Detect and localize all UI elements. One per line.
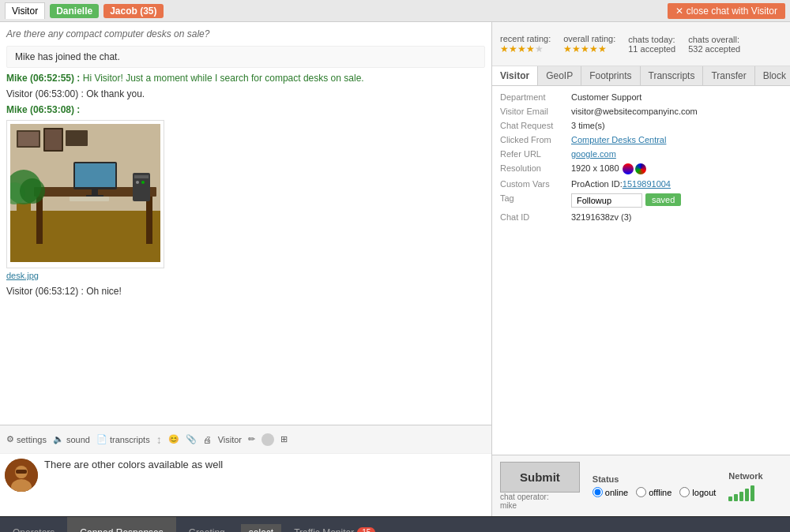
svg-rect-2 [10, 211, 160, 262]
svg-rect-28 [16, 470, 27, 474]
net-bar-3 [739, 492, 743, 501]
chat-id-label: Chat ID [500, 212, 571, 222]
custom-vars-row: Custom Vars ProAction ID: 1519891004 [500, 179, 782, 189]
operator-name-2: Mike (06:53:08) : [6, 104, 80, 115]
close-chat-button[interactable]: ✕ close chat with Visitor [668, 3, 785, 19]
expand-toolbar-item[interactable]: ⊞ [280, 434, 288, 444]
offline-radio-item[interactable]: offline [636, 487, 672, 497]
net-bar-1 [728, 496, 732, 501]
department-value: Customer Support [571, 92, 641, 102]
edit-icon: ✏ [248, 434, 255, 444]
visitor-toolbar-item[interactable]: Visitor [218, 435, 242, 444]
svg-rect-10 [146, 197, 152, 244]
proaction-id-link[interactable]: 1519891004 [623, 179, 671, 189]
flag-2 [635, 163, 646, 174]
select-button[interactable]: select [241, 524, 281, 533]
chat-panel: Are there any compact computer desks on … [0, 22, 492, 516]
transcripts-toolbar-item[interactable]: 📄 transcripts [96, 434, 150, 444]
svg-rect-12 [75, 163, 115, 187]
net-bar-4 [745, 489, 749, 501]
overall-rating-label: overall rating: [563, 34, 615, 43]
main-layout: Are there any compact computer desks on … [0, 22, 790, 516]
svg-rect-21 [134, 175, 149, 178]
sound-toolbar-item[interactable]: 🔈 sound [53, 434, 90, 444]
emoji-toolbar-item[interactable]: 😊 [168, 434, 179, 444]
visitor-tabs: Visitor GeoIP Footprints Transcripts Tra… [492, 66, 790, 86]
clicked-from-link[interactable]: Computer Desks Central [571, 135, 666, 144]
logout-radio-item[interactable]: logout [679, 487, 716, 497]
chat-messages: Are there any compact computer desks on … [0, 22, 491, 425]
tag-row: Tag saved [500, 193, 782, 208]
svg-rect-9 [36, 197, 43, 244]
settings-label: settings [17, 435, 47, 444]
visitor-toolbar-label: Visitor [218, 435, 242, 444]
svg-rect-6 [45, 129, 62, 150]
traffic-badge: 15 [357, 527, 375, 532]
chat-id-row: Chat ID 32191638zv (3) [500, 212, 782, 222]
email-value: visitor@websitecompanyinc.com [571, 107, 698, 116]
svg-point-22 [136, 181, 139, 184]
online-radio[interactable] [592, 487, 603, 497]
svg-rect-15 [70, 197, 109, 201]
visitor-tab[interactable]: Visitor [5, 2, 45, 19]
chats-today-value: 11 accepted [628, 44, 675, 54]
print-toolbar-item[interactable]: 🖨 [203, 435, 212, 444]
settings-toolbar-item[interactable]: ⚙ settings [6, 434, 47, 444]
tab-block[interactable]: Block [755, 66, 790, 85]
svg-rect-7 [66, 130, 88, 146]
traffic-monitor-tab[interactable]: Traffic Monitor 15 [281, 517, 388, 532]
logout-radio[interactable] [679, 487, 690, 497]
net-bar-5 [750, 485, 754, 501]
tab-transcripts[interactable]: Transcripts [641, 66, 704, 85]
jacob-tab[interactable]: Jacob (35) [103, 4, 163, 18]
tab-visitor[interactable]: Visitor [492, 66, 538, 85]
image-message: desk.jpg [6, 120, 485, 281]
operator-image-message: Mike (06:53:08) : [6, 104, 485, 115]
custom-vars-label: Custom Vars [500, 179, 571, 189]
refer-url-row: Refer URL google.com [500, 149, 782, 159]
offline-radio[interactable] [636, 487, 646, 497]
transcripts-label: transcripts [110, 435, 150, 444]
submit-button[interactable]: Submit [500, 462, 580, 493]
tag-label: Tag [500, 193, 571, 203]
tab-footprints[interactable]: Footprints [581, 66, 640, 85]
expand-icon: ⊞ [280, 434, 288, 444]
danielle-tab[interactable]: Danielle [50, 4, 99, 18]
greeting-tab[interactable]: Greeting [176, 517, 238, 532]
online-radio-item[interactable]: online [592, 487, 628, 497]
chats-today-label: chats today: [628, 35, 675, 44]
operators-label: Operators [13, 527, 55, 533]
operators-tab[interactable]: Operators [0, 517, 67, 532]
submit-area-left: Submit chat operator: mike [500, 462, 580, 510]
tab-geoip[interactable]: GeoIP [538, 66, 581, 85]
desk-image-svg [10, 124, 160, 262]
flag-1 [623, 163, 634, 174]
transcripts-icon: 📄 [96, 434, 107, 444]
close-icon: ✕ [675, 6, 686, 17]
status-radio-row: online offline logout [592, 487, 717, 497]
logout-label: logout [692, 488, 716, 497]
svg-rect-16 [17, 203, 31, 223]
visitor-tab-label: Visitor [12, 6, 38, 17]
chat-input[interactable]: There are other colors available as well [44, 459, 487, 506]
saved-button[interactable]: saved [645, 193, 681, 206]
offline-label: offline [649, 488, 672, 497]
top-bar: Visitor Danielle Jacob (35) ✕ close chat… [0, 0, 790, 22]
visitor-info: Department Customer Support Visitor Emai… [492, 86, 790, 455]
operator-name-1: Mike (06:52:55) : [6, 73, 80, 84]
status-label: Status [592, 474, 717, 484]
refer-url-link[interactable]: google.com [571, 149, 616, 159]
canned-responses-tab[interactable]: Canned Responses [67, 517, 175, 532]
bottom-bar: Operators Canned Responses Greeting sele… [0, 516, 790, 532]
tag-input[interactable] [571, 193, 642, 208]
attachment-toolbar-item[interactable]: 📎 [186, 434, 197, 444]
circle-toolbar-item[interactable] [261, 433, 274, 446]
emoji-icon: 😊 [168, 434, 179, 444]
sound-icon: 🔈 [53, 434, 64, 444]
edit-toolbar-item[interactable]: ✏ [248, 434, 255, 444]
image-link[interactable]: desk.jpg [6, 271, 39, 280]
clicked-from-row: Clicked From Computer Desks Central [500, 135, 782, 144]
svg-point-23 [141, 181, 145, 184]
chat-request-label: Chat Request [500, 121, 571, 130]
tab-transfer[interactable]: Transfer [703, 66, 754, 85]
